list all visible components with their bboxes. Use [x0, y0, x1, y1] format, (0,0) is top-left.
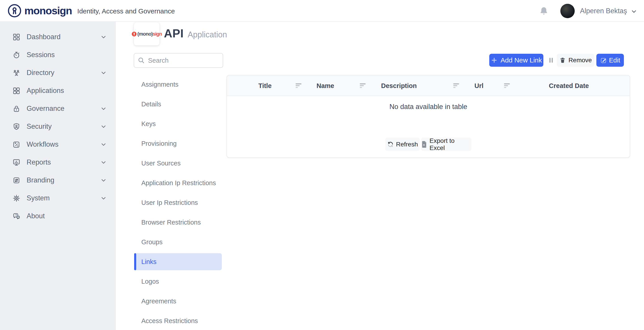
chevron-down-icon	[100, 141, 107, 148]
refresh-icon	[387, 141, 394, 148]
active-indicator	[134, 253, 136, 270]
subnav-label: Agreements	[141, 297, 176, 305]
sidebar-item-label: About	[26, 212, 45, 220]
sidebar-item-applications[interactable]: Applications	[0, 82, 116, 100]
column-header-description[interactable]: Description	[381, 75, 417, 96]
chart-monitor-icon	[12, 158, 20, 167]
subnav-item-agreements[interactable]: Agreements	[134, 291, 222, 311]
empty-table-message: No data available in table	[227, 103, 630, 111]
application-type-label: Application	[188, 30, 227, 39]
chevron-down-icon	[630, 8, 637, 15]
sidebar-item-directory[interactable]: Directory	[0, 64, 116, 82]
sidebar-item-label: Sessions	[26, 51, 55, 59]
sort-icon	[360, 83, 366, 88]
monosign-admin-page: monosign Identity, Access and Governance…	[0, 0, 644, 330]
application-subnav: Assignments Details Keys Provisioning Us…	[134, 75, 222, 330]
trash-icon	[559, 57, 566, 64]
add-new-link-button[interactable]: Add New Link	[489, 54, 544, 67]
subnav-label: Logos	[141, 278, 159, 285]
logo-text-mono: (mono)	[137, 31, 153, 37]
sidebar-item-sessions[interactable]: Sessions	[0, 46, 116, 64]
chevron-down-icon	[100, 105, 107, 112]
top-bar: monosign Identity, Access and Governance…	[0, 0, 644, 22]
help-chat-icon: ? !	[12, 212, 20, 220]
table-actions: Refresh x Export to Excel	[227, 138, 630, 151]
subnav-label: Provisioning	[141, 140, 177, 147]
remove-button[interactable]: Remove	[557, 54, 594, 67]
sort-icon	[504, 83, 510, 88]
sidebar-item-reports[interactable]: Reports	[0, 153, 116, 171]
logo-text-sign: sign	[153, 31, 162, 37]
chevron-down-icon	[100, 177, 107, 184]
subnav-item-logos[interactable]: Logos	[134, 272, 222, 291]
subnav-label: Details	[141, 100, 161, 108]
search-box	[134, 53, 223, 68]
action-toolbar: Add New Link Remove Edit	[489, 54, 624, 67]
sidebar: Dashboard Sessions Directory Applicatio	[0, 22, 116, 330]
user-name: Alperen Bektaş	[580, 7, 627, 15]
table-header: Title Name Description Url Created Date	[227, 75, 630, 96]
subnav-item-user-ip-restrictions[interactable]: User Ip Restrictions	[134, 193, 222, 213]
sliders-icon	[12, 176, 20, 185]
subnav-item-user-sources[interactable]: User Sources	[134, 153, 222, 173]
column-header-created-date[interactable]: Created Date	[549, 75, 589, 96]
user-menu[interactable]: Alperen Bektaş	[560, 4, 637, 18]
sort-icon	[453, 83, 460, 88]
sidebar-item-label: Applications	[26, 87, 64, 95]
brand: monosign Identity, Access and Governance	[0, 4, 175, 18]
search-icon	[138, 57, 145, 64]
column-header-title[interactable]: Title	[258, 75, 272, 96]
subnav-item-details[interactable]: Details	[134, 94, 222, 114]
add-new-link-label: Add New Link	[500, 56, 542, 64]
shield-user-icon	[12, 122, 20, 131]
sidebar-item-label: Governance	[26, 105, 64, 113]
application-logo-card: (mono)sign	[134, 22, 160, 46]
chevron-down-icon	[100, 123, 107, 130]
sidebar-item-label: Directory	[26, 69, 54, 77]
subnav-item-provisioning[interactable]: Provisioning	[134, 134, 222, 153]
sidebar-item-governance[interactable]: Governance	[0, 100, 116, 117]
sidebar-item-label: Branding	[26, 176, 54, 184]
refresh-button[interactable]: Refresh	[385, 138, 420, 151]
links-table-card: Title Name Description Url Created Date	[226, 75, 630, 158]
svg-text:?: ?	[15, 213, 17, 217]
subnav-item-assignments[interactable]: Assignments	[134, 75, 222, 94]
sidebar-item-dashboard[interactable]: Dashboard	[0, 28, 116, 46]
export-to-excel-button[interactable]: x Export to Excel	[421, 138, 471, 151]
page-title: API Application	[164, 27, 227, 40]
brand-tagline: Identity, Access and Governance	[77, 8, 175, 15]
workflow-wand-icon	[12, 140, 20, 149]
avatar	[560, 4, 575, 18]
subnav-item-keys[interactable]: Keys	[134, 114, 222, 134]
subnav-label: User Sources	[141, 160, 181, 167]
subnav-item-access-restrictions[interactable]: Access Restrictions	[134, 311, 222, 330]
monosign-app-logo-icon	[132, 31, 137, 37]
brand-name: monosign	[24, 5, 72, 17]
edit-button[interactable]: Edit	[596, 54, 624, 67]
topbar-right: Alperen Bektaş	[539, 0, 637, 22]
apps-grid-icon	[12, 87, 20, 95]
chevron-down-icon	[100, 69, 107, 76]
sidebar-item-about[interactable]: ? ! About	[0, 207, 116, 225]
bell-icon	[539, 6, 549, 16]
dashboard-icon	[12, 33, 20, 41]
subnav-item-browser-restrictions[interactable]: Browser Restrictions	[134, 213, 222, 232]
sidebar-item-label: Reports	[26, 158, 51, 166]
subnav-item-groups[interactable]: Groups	[134, 232, 222, 252]
sidebar-item-label: Security	[26, 122, 52, 130]
sidebar-item-security[interactable]: Security	[0, 117, 116, 135]
subnav-item-application-ip-restrictions[interactable]: Application Ip Restrictions	[134, 173, 222, 193]
column-header-url[interactable]: Url	[474, 75, 484, 96]
sidebar-item-branding[interactable]: Branding	[0, 171, 116, 189]
search-input[interactable]	[148, 57, 220, 65]
subnav-label: Access Restrictions	[141, 317, 198, 325]
subnav-item-links[interactable]: Links	[134, 253, 222, 270]
svg-text:x: x	[423, 143, 425, 146]
toolbar-divider	[550, 58, 553, 63]
sidebar-item-label: System	[26, 194, 50, 202]
svg-text:!: !	[18, 216, 18, 218]
notifications-button[interactable]	[539, 6, 549, 16]
sidebar-item-system[interactable]: System	[0, 189, 116, 207]
column-header-name[interactable]: Name	[317, 75, 334, 96]
sidebar-item-workflows[interactable]: Workflows	[0, 135, 116, 153]
